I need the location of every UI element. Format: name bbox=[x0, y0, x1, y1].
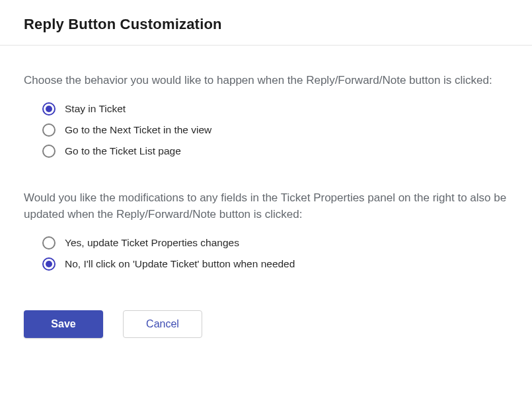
option-stay-in-ticket[interactable]: Stay in Ticket bbox=[42, 102, 508, 116]
option-next-ticket[interactable]: Go to the Next Ticket in the view bbox=[42, 123, 508, 137]
behavior-question: Choose the behavior you would like to ha… bbox=[24, 72, 508, 89]
radio-icon bbox=[42, 257, 56, 271]
radio-icon bbox=[42, 236, 56, 250]
option-ticket-list[interactable]: Go to the Ticket List page bbox=[42, 145, 508, 158]
option-no-click-update[interactable]: No, I'll click on 'Update Ticket' button… bbox=[42, 257, 508, 271]
header: Reply Button Customization bbox=[0, 0, 532, 46]
cancel-button[interactable]: Cancel bbox=[123, 310, 202, 338]
option-label: Go to the Ticket List page bbox=[65, 145, 181, 157]
behavior-options: Stay in Ticket Go to the Next Ticket in … bbox=[24, 102, 508, 158]
option-yes-update[interactable]: Yes, update Ticket Properties changes bbox=[42, 236, 508, 250]
radio-icon bbox=[42, 123, 56, 137]
content: Choose the behavior you would like to ha… bbox=[0, 46, 532, 338]
page-title: Reply Button Customization bbox=[24, 16, 508, 33]
update-question: Would you like the modifications to any … bbox=[24, 189, 508, 223]
update-options: Yes, update Ticket Properties changes No… bbox=[24, 236, 508, 271]
option-label: Go to the Next Ticket in the view bbox=[65, 124, 211, 136]
option-label: No, I'll click on 'Update Ticket' button… bbox=[65, 258, 295, 270]
button-row: Save Cancel bbox=[24, 302, 508, 338]
option-label: Stay in Ticket bbox=[65, 103, 126, 115]
radio-icon bbox=[42, 145, 56, 158]
radio-icon bbox=[42, 102, 56, 116]
save-button[interactable]: Save bbox=[24, 310, 103, 338]
option-label: Yes, update Ticket Properties changes bbox=[65, 237, 239, 249]
